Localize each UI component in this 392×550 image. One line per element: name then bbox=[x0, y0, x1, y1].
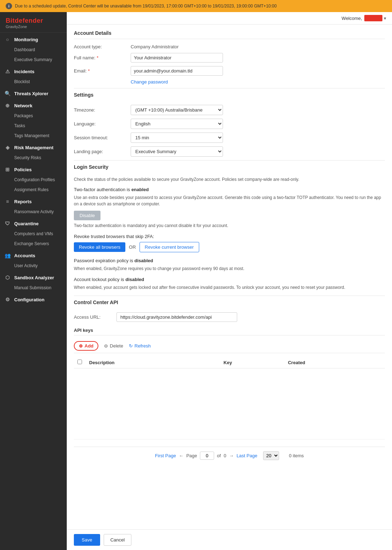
sidebar-item-computers-and-vms[interactable]: Computers and VMs bbox=[0, 229, 67, 239]
api-section: Control Center API Access URL: https://c… bbox=[74, 296, 385, 464]
session-timeout-select[interactable]: 15 min bbox=[131, 133, 223, 143]
revoke-or-text: OR bbox=[129, 244, 136, 250]
delete-api-key-button[interactable]: ⊖ Delete bbox=[104, 343, 123, 349]
full-name-input[interactable] bbox=[131, 53, 223, 63]
sidebar-item-ransomware-activity[interactable]: Ransomware Activity bbox=[0, 207, 67, 217]
api-section-title: Control Center API bbox=[74, 296, 385, 308]
email-input[interactable] bbox=[131, 66, 223, 76]
sidebar-item-manual-submission[interactable]: Manual Submission bbox=[0, 283, 67, 293]
next-page-arrow[interactable]: → bbox=[229, 453, 234, 458]
threats-label: Threats Xplorer bbox=[14, 91, 48, 96]
password-expiry-desc: When enabled, GravityZone requires you t… bbox=[74, 265, 385, 272]
accounts-icon: 👥 bbox=[4, 252, 11, 259]
sidebar-item-exchange-servers[interactable]: Exchange Servers bbox=[0, 239, 67, 249]
last-page-link[interactable]: Last Page bbox=[236, 453, 257, 458]
change-password-link[interactable]: Change password bbox=[131, 79, 168, 85]
monitoring-label: Monitoring bbox=[14, 37, 38, 42]
sidebar-item-risk-management[interactable]: ◈ Risk Management bbox=[0, 141, 67, 153]
settings-section: Settings Timezone: (GMT +10:00) Australi… bbox=[74, 88, 385, 157]
sidebar-item-configuration-profiles[interactable]: Configuration Profiles bbox=[0, 175, 67, 185]
api-toolbar: ⊕ Add ⊖ Delete ↻ Refresh bbox=[74, 339, 385, 353]
configuration-label: Configuration bbox=[14, 297, 44, 302]
sidebar-item-quarantine[interactable]: 🛡 Quarantine bbox=[0, 217, 67, 229]
tfa-status: Two-factor authentication is enabled bbox=[74, 187, 385, 192]
sidebar-item-reports[interactable]: ≡ Reports bbox=[0, 195, 67, 207]
landing-page-row: Landing page: Executive Summary bbox=[74, 146, 385, 157]
sidebar-item-user-activity[interactable]: User Activity bbox=[0, 261, 67, 271]
add-icon: ⊕ bbox=[79, 343, 83, 349]
page-number-input[interactable] bbox=[200, 452, 214, 460]
disable-tfa-button[interactable]: Disable bbox=[74, 211, 100, 220]
timezone-label: Timezone: bbox=[74, 107, 131, 113]
welcome-dropdown-icon[interactable]: ▾ bbox=[384, 16, 386, 21]
brand-sub: GravityZone bbox=[6, 25, 61, 29]
notification-bar: i Due to a scheduled update, Control Cen… bbox=[0, 0, 392, 12]
login-security-desc: Check the status of the policies availab… bbox=[74, 176, 385, 183]
account-type-label: Account type: bbox=[74, 44, 131, 49]
tfa-description: Use an extra code besides your password … bbox=[74, 194, 385, 207]
prev-page-arrow[interactable]: ← bbox=[179, 453, 184, 458]
notification-text: Due to a scheduled update, Control Cente… bbox=[15, 4, 277, 9]
refresh-api-keys-button[interactable]: ↻ Refresh bbox=[129, 343, 151, 349]
per-page-select[interactable]: 20 bbox=[263, 451, 279, 460]
quarantine-icon: 🛡 bbox=[4, 220, 11, 227]
landing-page-select[interactable]: Executive Summary bbox=[131, 146, 223, 157]
sidebar-item-tags-management[interactable]: Tags Management bbox=[0, 131, 67, 141]
sidebar-item-dashboard[interactable]: Dashboard bbox=[0, 45, 67, 55]
cancel-button[interactable]: Cancel bbox=[104, 534, 131, 546]
language-row: Language: English bbox=[74, 119, 385, 129]
accounts-label: Accounts bbox=[14, 253, 35, 258]
page-content: Account Details Account type: Company Ad… bbox=[67, 25, 392, 529]
api-table-col-description: Description bbox=[86, 357, 220, 368]
api-table-col-created: Created bbox=[284, 357, 385, 368]
pagination: First Page ← Page of 0 → Last Page 20 0 … bbox=[74, 447, 385, 464]
sidebar-item-accounts[interactable]: 👥 Accounts bbox=[0, 249, 67, 261]
full-name-row: Full name: * bbox=[74, 53, 385, 63]
email-label: Email: * bbox=[74, 68, 131, 74]
password-expiry-value: disabled bbox=[135, 258, 153, 263]
reports-label: Reports bbox=[14, 199, 32, 204]
revoke-all-browsers-button[interactable]: Revoke all browsers bbox=[74, 242, 125, 252]
account-details-title: Account Details bbox=[74, 30, 385, 39]
change-password-row: Change password bbox=[74, 79, 385, 85]
of-label: of bbox=[217, 453, 221, 458]
delete-label: Delete bbox=[110, 343, 123, 349]
save-button[interactable]: Save bbox=[74, 534, 100, 546]
account-lockout-desc: When enabled, your account gets locked o… bbox=[74, 284, 385, 291]
sidebar-item-policies[interactable]: ⊞ Policies bbox=[0, 163, 67, 175]
sidebar-item-monitoring[interactable]: ○ Monitoring bbox=[0, 33, 67, 45]
sidebar-item-tasks[interactable]: Tasks bbox=[0, 121, 67, 131]
incidents-label: Incidents bbox=[14, 69, 34, 74]
language-select[interactable]: English bbox=[131, 119, 223, 129]
configuration-icon: ⚙ bbox=[4, 296, 11, 303]
sidebar-item-network[interactable]: ⊕ Network bbox=[0, 99, 67, 111]
language-label: Language: bbox=[74, 121, 131, 126]
sidebar-item-security-risks[interactable]: Security Risks bbox=[0, 153, 67, 163]
sidebar: Bitdefender GravityZone ○ Monitoring Das… bbox=[0, 12, 67, 550]
session-timeout-label: Session timeout: bbox=[74, 135, 131, 140]
sidebar-item-sandbox-analyzer[interactable]: ⬡ Sandbox Analyzer bbox=[0, 271, 67, 283]
sandbox-label: Sandbox Analyzer bbox=[14, 275, 54, 280]
risk-icon: ◈ bbox=[4, 144, 11, 151]
timezone-select[interactable]: (GMT +10:00) Australia/Brisbane bbox=[131, 105, 223, 115]
add-api-key-button[interactable]: ⊕ Add bbox=[74, 341, 98, 351]
sidebar-item-assignment-rules[interactable]: Assignment Rules bbox=[0, 185, 67, 195]
welcome-text: Welcome, bbox=[342, 16, 362, 21]
sidebar-item-executive-summary[interactable]: Executive Summary bbox=[0, 55, 67, 65]
account-lockout-section: Account lockout policy is disabled When … bbox=[74, 277, 385, 291]
revoke-current-browser-button[interactable]: Revoke current browser bbox=[140, 242, 199, 252]
items-count: 0 items bbox=[289, 453, 304, 458]
sidebar-item-blocklist[interactable]: Blocklist bbox=[0, 77, 67, 87]
action-bar: Save Cancel bbox=[67, 529, 392, 550]
first-page-link[interactable]: First Page bbox=[155, 453, 176, 458]
api-table-col-key: Key bbox=[220, 357, 284, 368]
api-table-select-all[interactable] bbox=[77, 360, 82, 364]
sidebar-item-configuration[interactable]: ⚙ Configuration bbox=[0, 293, 67, 305]
revoke-buttons: Revoke all browsers OR Revoke current br… bbox=[74, 242, 385, 252]
sidebar-item-threats-xplorer[interactable]: 🔍 Threats Xplorer bbox=[0, 87, 67, 99]
sidebar-item-packages[interactable]: Packages bbox=[0, 111, 67, 121]
password-expiry-section: Password expiration policy is disabled W… bbox=[74, 258, 385, 272]
sidebar-item-incidents[interactable]: ⚠ Incidents bbox=[0, 65, 67, 77]
password-expiry-text: Password expiration policy is bbox=[74, 258, 133, 263]
incidents-icon: ⚠ bbox=[4, 68, 11, 75]
